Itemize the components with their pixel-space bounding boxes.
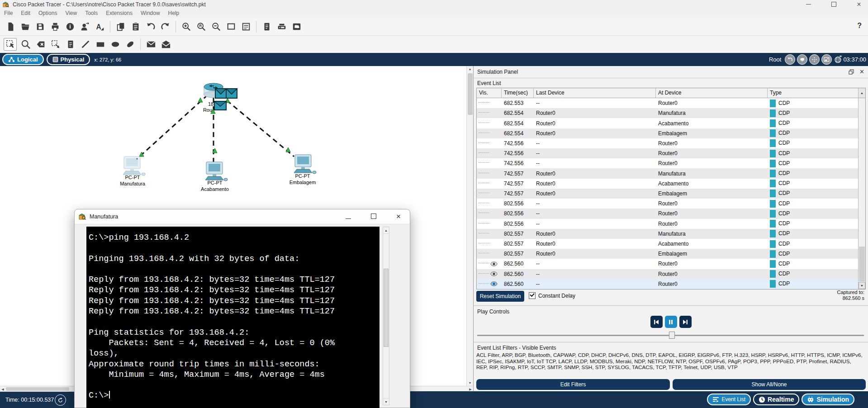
terminal-scroll-thumb[interactable] (384, 269, 389, 347)
open-file-icon[interactable] (19, 21, 31, 33)
event-row[interactable]: 742.556--Router0CDP (477, 158, 858, 168)
visible-eye-icon[interactable] (490, 261, 498, 266)
step-back-button[interactable] (650, 316, 663, 328)
reset-simulation-button[interactable]: Reset Simulation (476, 291, 524, 302)
network-info-icon[interactable] (261, 21, 273, 33)
terminal-scroll-up-icon[interactable]: ▲ (383, 227, 389, 234)
column-header-time[interactable]: Time(sec) (502, 88, 534, 98)
event-row[interactable]: 742.557Router0ManufaturaCDP (477, 168, 858, 178)
event-row[interactable]: 802.556--Router0CDP (477, 219, 858, 229)
table-scroll-up-icon[interactable]: ▲ (858, 88, 865, 98)
menu-help[interactable]: Help (164, 9, 184, 18)
paste-icon[interactable] (129, 21, 142, 33)
event-row[interactable]: 802.556--Router0CDP (477, 199, 858, 209)
terminal-scroll-down-icon[interactable]: ▼ (383, 398, 389, 405)
minimize-window-icon[interactable] (804, 1, 813, 8)
column-header-last-device[interactable]: Last Device (534, 88, 656, 98)
event-row[interactable]: 682.554Router0ManufaturaCDP (477, 108, 858, 118)
terminal-window[interactable]: Manufatura × C:\>ping 193.168.4.2 Pingin… (74, 209, 410, 408)
column-header-type[interactable]: Type (768, 88, 858, 98)
custom-devices-icon[interactable] (240, 21, 252, 33)
column-header-at-device[interactable]: At Device (656, 88, 768, 98)
menu-extensions[interactable]: Extensions (102, 9, 137, 18)
event-list-toggle-button[interactable]: Event List (707, 394, 751, 405)
save-icon[interactable] (34, 21, 46, 33)
terminal-close-icon[interactable]: × (396, 212, 401, 221)
horizontal-scroll-thumb[interactable] (6, 387, 69, 391)
event-row[interactable]: 862.560--Router0CDP (477, 259, 858, 269)
vertical-scroll-thumb[interactable] (468, 73, 473, 115)
user-profile-icon[interactable] (79, 21, 91, 33)
canvas-vertical-scrollbar[interactable]: ▲ ▼ (466, 66, 473, 386)
terminal-console[interactable]: C:\>ping 193.168.4.2 Pinging 193.168.4.2… (86, 227, 379, 408)
event-row[interactable]: 802.557Router0EmbalagemCDP (477, 249, 858, 259)
print-icon[interactable] (49, 21, 61, 33)
menu-tools[interactable]: Tools (81, 9, 102, 18)
font-settings-icon[interactable]: A (94, 21, 106, 33)
pc-manufatura-device[interactable] (123, 157, 145, 176)
menu-file[interactable]: File (0, 9, 17, 18)
background-image-icon[interactable] (821, 54, 832, 65)
terminal-titlebar[interactable]: Manufatura × (75, 209, 410, 224)
float-panel-icon[interactable] (849, 69, 854, 75)
menu-edit[interactable]: Edit (17, 9, 34, 18)
environment-icon[interactable] (290, 21, 303, 33)
scroll-up-icon[interactable]: ▲ (467, 66, 473, 71)
event-row[interactable]: 742.557Router0AcabamentoCDP (477, 179, 858, 189)
copy-icon[interactable] (114, 21, 127, 33)
event-row[interactable]: 802.557Router0ManufaturaCDP (477, 229, 858, 239)
place-note-icon[interactable] (64, 38, 76, 50)
event-row[interactable]: 682.553--Router0CDP (477, 98, 858, 108)
event-table-scrollbar[interactable]: ▼ (858, 98, 865, 289)
restore-window-icon[interactable] (829, 1, 838, 8)
draw-ellipse-icon[interactable] (109, 38, 121, 50)
event-row[interactable]: 682.554Router0EmbalagemCDP (477, 128, 858, 138)
resize-shape-icon[interactable] (49, 38, 62, 50)
drawing-palette-icon[interactable] (225, 21, 237, 33)
power-cycle-icon[interactable] (55, 394, 66, 406)
device-console-icon[interactable] (275, 21, 288, 33)
close-panel-icon[interactable]: ✕ (859, 68, 864, 75)
slider-handle[interactable] (669, 332, 675, 339)
tab-physical[interactable]: Physical (47, 54, 90, 65)
visible-eye-icon[interactable] (490, 271, 498, 276)
zoom-out-icon[interactable] (210, 21, 222, 33)
simulation-clock[interactable]: 03:37:00 (834, 55, 866, 64)
step-forward-button[interactable] (679, 316, 692, 328)
edit-filters-button[interactable]: Edit Filters (476, 379, 670, 390)
add-complex-pdu-icon[interactable] (160, 38, 172, 50)
help-icon[interactable]: ? (857, 22, 862, 30)
scroll-down-icon[interactable]: ▼ (467, 380, 473, 385)
menu-view[interactable]: View (61, 9, 81, 18)
close-window-icon[interactable]: × (854, 1, 863, 8)
tab-realtime[interactable]: Realtime (753, 394, 799, 405)
new-file-icon[interactable] (4, 21, 16, 33)
back-navigation-icon[interactable] (785, 54, 795, 65)
event-row[interactable]: 682.554Router0AcabamentoCDP (477, 118, 858, 128)
event-row[interactable]: 862.560--Router0CDP (477, 279, 858, 289)
simulation-speed-slider[interactable] (477, 335, 864, 336)
inspect-icon[interactable] (19, 38, 32, 50)
menu-options[interactable]: Options (34, 9, 61, 18)
event-row[interactable]: 742.556--Router0CDP (477, 148, 858, 158)
activity-wizard-icon[interactable]: i (64, 21, 76, 33)
select-icon[interactable] (4, 38, 17, 51)
column-header-vis[interactable]: Vis. (477, 88, 502, 98)
event-row[interactable]: 802.557Router0AcabamentoCDP (477, 239, 858, 249)
tab-simulation[interactable]: Simulation (802, 394, 854, 405)
zoom-reset-icon[interactable]: R (195, 21, 207, 33)
delete-icon[interactable] (34, 38, 47, 50)
table-scroll-thumb[interactable] (859, 247, 865, 282)
pc-acabamento-device[interactable] (205, 162, 228, 181)
show-all-none-button[interactable]: Show All/None (673, 379, 866, 390)
draw-freeform-icon[interactable] (124, 38, 136, 50)
undo-icon[interactable] (144, 21, 157, 33)
table-scroll-down-icon[interactable]: ▼ (859, 282, 865, 289)
cloud-add-icon[interactable] (797, 54, 807, 65)
event-row[interactable]: 862.560--Router0CDP (477, 269, 858, 279)
terminal-maximize-icon[interactable] (371, 213, 376, 221)
visible-eye-icon[interactable] (490, 281, 498, 286)
constant-delay-control[interactable]: Constant Delay (529, 292, 575, 299)
redo-icon[interactable] (159, 21, 171, 33)
event-row[interactable]: 802.556--Router0CDP (477, 209, 858, 218)
